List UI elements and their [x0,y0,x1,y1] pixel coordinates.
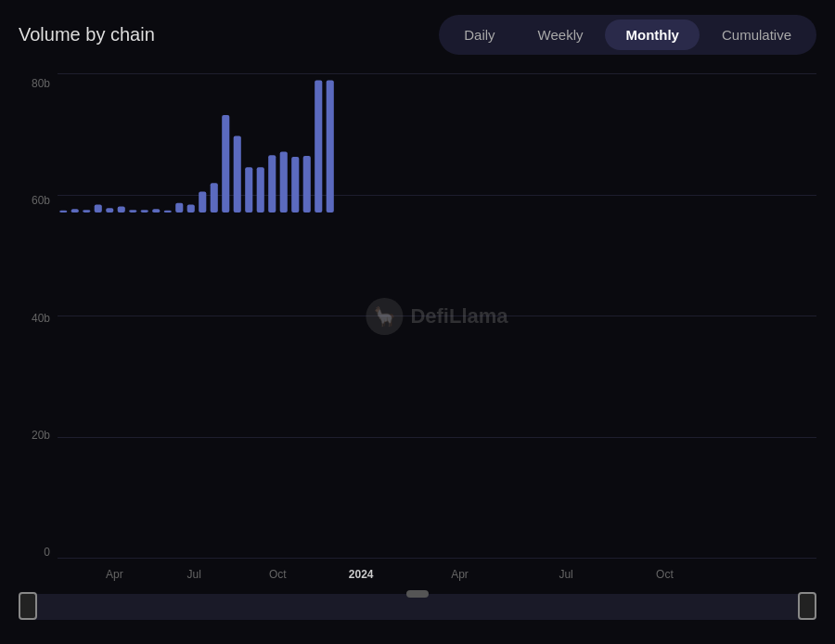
tab-group: Daily Weekly Monthly Cumulative [439,15,816,55]
svg-rect-16 [245,167,252,213]
scrollbar-track [19,594,816,620]
svg-rect-21 [303,156,311,213]
svg-rect-9 [164,211,172,213]
svg-rect-13 [211,183,218,213]
x-label-apr2: Apr [451,568,469,581]
svg-rect-3 [95,205,102,213]
svg-rect-12 [199,192,206,213]
x-label-apr1: Apr [106,568,123,581]
y-label-40b: 40b [19,312,58,325]
svg-rect-14 [222,115,229,213]
svg-rect-19 [280,151,288,213]
bars-container: 🦙 DefiLlama Apr Jul Oct 2024 Apr Jul Oct [58,73,816,581]
svg-rect-15 [234,136,241,213]
grid-and-bars: 🦙 DefiLlama [58,73,816,559]
y-label-60b: 60b [19,194,58,207]
chart-main: 0 20b 40b 60b 80b 🦙 DefiLlama [19,73,816,581]
chart-area: 0 20b 40b 60b 80b 🦙 DefiLlama [19,73,816,633]
tab-daily[interactable]: Daily [443,19,515,50]
bars-svg [58,73,336,213]
svg-rect-10 [175,203,183,213]
svg-rect-0 [59,211,67,213]
y-axis: 0 20b 40b 60b 80b [19,73,58,581]
svg-rect-2 [83,210,90,213]
svg-rect-11 [187,205,195,213]
tab-monthly[interactable]: Monthly [605,19,700,50]
svg-rect-20 [291,157,299,213]
svg-rect-17 [257,167,264,213]
x-label-2024: 2024 [349,568,374,581]
x-label-jul1: Jul [187,568,201,581]
svg-rect-4 [106,208,113,213]
x-axis: Apr Jul Oct 2024 Apr Jul Oct [58,559,816,581]
scroll-right-handle[interactable] [798,592,816,620]
tab-weekly[interactable]: Weekly [518,19,604,50]
svg-rect-6 [129,210,136,213]
grid-line-40 [58,316,816,316]
y-label-0: 0 [19,546,58,559]
svg-rect-8 [152,209,160,213]
scroll-left-handle[interactable] [19,592,37,620]
scrollbar-area[interactable] [19,585,816,633]
x-label-jul2: Jul [559,568,572,581]
svg-rect-5 [118,206,125,213]
grid-line-20 [58,437,816,438]
scroll-handle[interactable] [406,590,429,598]
y-label-20b: 20b [19,429,58,442]
svg-rect-1 [71,209,79,213]
tab-cumulative[interactable]: Cumulative [701,19,812,50]
svg-rect-23 [327,81,334,213]
svg-rect-22 [315,81,322,213]
x-label-oct1: Oct [269,568,287,581]
chart-title: Volume by chain [19,24,155,45]
svg-rect-7 [141,210,148,213]
y-label-80b: 80b [19,77,58,90]
svg-rect-18 [268,155,276,213]
x-label-oct2: Oct [656,568,674,581]
